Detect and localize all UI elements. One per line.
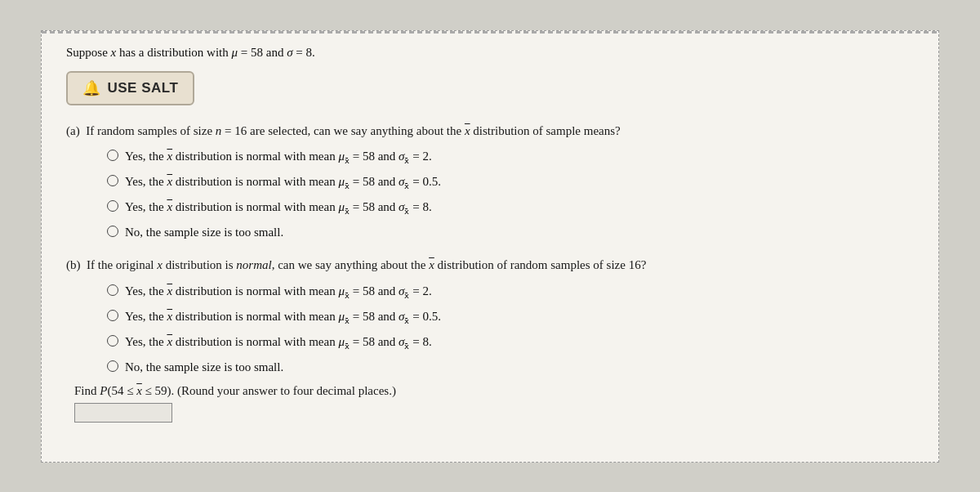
use-salt-button[interactable]: 🔔 USE SALT — [66, 71, 194, 105]
part-b-option-4-text: No, the sample size is too small. — [125, 359, 283, 376]
radio-b1[interactable] — [107, 284, 118, 296]
part-b-options: Yes, the x distribution is normal with m… — [107, 283, 914, 376]
radio-a2[interactable] — [107, 175, 118, 186]
part-a-option-2-text: Yes, the x distribution is normal with m… — [125, 173, 441, 192]
part-a-section: (a) If random samples of size n = 16 are… — [66, 122, 914, 242]
part-b-option-3[interactable]: Yes, the x distribution is normal with m… — [107, 333, 914, 352]
part-b-option-1-text: Yes, the x distribution is normal with m… — [125, 283, 432, 302]
radio-b3[interactable] — [107, 335, 118, 347]
probability-answer-input[interactable] — [74, 403, 172, 423]
part-a-header: (a) If random samples of size n = 16 are… — [66, 122, 914, 141]
part-a-option-4[interactable]: No, the sample size is too small. — [107, 224, 914, 241]
part-b-option-2[interactable]: Yes, the x distribution is normal with m… — [107, 308, 914, 327]
part-b-section: (b) If the original x distribution is no… — [66, 256, 914, 423]
part-a-option-1-text: Yes, the x distribution is normal with m… — [125, 148, 432, 167]
part-a-option-2[interactable]: Yes, the x distribution is normal with m… — [107, 173, 914, 192]
top-border-decoration — [42, 31, 938, 34]
radio-b2[interactable] — [107, 310, 118, 321]
radio-a3[interactable] — [107, 200, 118, 212]
part-b-option-4[interactable]: No, the sample size is too small. — [107, 359, 914, 376]
premise-text: Suppose x has a distribution with μ = 58… — [66, 46, 914, 60]
part-a-option-1[interactable]: Yes, the x distribution is normal with m… — [107, 148, 914, 167]
part-a-options: Yes, the x distribution is normal with m… — [107, 148, 914, 241]
find-probability-label: Find P(54 ≤ x ≤ 59). (Round your answer … — [74, 384, 914, 398]
part-b-option-1[interactable]: Yes, the x distribution is normal with m… — [107, 283, 914, 302]
radio-a4[interactable] — [107, 226, 118, 237]
part-b-option-2-text: Yes, the x distribution is normal with m… — [125, 308, 441, 327]
part-a-option-3-text: Yes, the x distribution is normal with m… — [125, 199, 432, 217]
page-container: Suppose x has a distribution with μ = 58… — [41, 30, 939, 463]
salt-icon: 🔔 — [82, 79, 101, 97]
part-a-option-4-text: No, the sample size is too small. — [125, 224, 283, 241]
part-a-option-3[interactable]: Yes, the x distribution is normal with m… — [107, 199, 914, 217]
salt-button-label: USE SALT — [108, 80, 179, 96]
part-b-header: (b) If the original x distribution is no… — [66, 256, 914, 275]
radio-a1[interactable] — [107, 150, 118, 161]
part-b-option-3-text: Yes, the x distribution is normal with m… — [125, 333, 432, 352]
radio-b4[interactable] — [107, 360, 118, 372]
